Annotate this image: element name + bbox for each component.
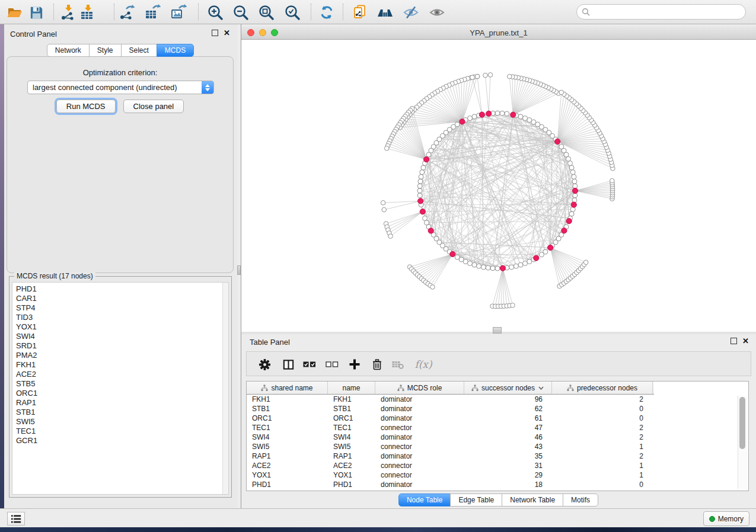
- tab-style[interactable]: Style: [89, 44, 122, 57]
- close-window-icon[interactable]: [247, 29, 254, 36]
- table-cell: 0: [552, 405, 653, 413]
- create-column-button[interactable]: [347, 357, 362, 371]
- tab-edge-table[interactable]: Edge Table: [450, 493, 502, 507]
- zoom-in-button[interactable]: [206, 4, 224, 21]
- save-session-button[interactable]: [27, 4, 45, 21]
- horizontal-splitter-handle[interactable]: [493, 327, 502, 334]
- export-table-button[interactable]: [143, 4, 161, 21]
- network-canvas[interactable]: [241, 40, 756, 332]
- search-input[interactable]: [591, 7, 745, 17]
- close-panel-icon[interactable]: ✕: [224, 30, 230, 36]
- table-row[interactable]: FKH1FKH1dominator962: [247, 395, 748, 404]
- mcds-result-item[interactable]: TEC1: [16, 427, 228, 436]
- tab-node-table[interactable]: Node Table: [398, 493, 451, 507]
- show-columns-button[interactable]: [281, 357, 295, 371]
- mcds-result-item[interactable]: ACE2: [16, 370, 228, 379]
- float-panel-icon[interactable]: [212, 30, 218, 36]
- refresh-button[interactable]: [318, 4, 336, 21]
- hide-graphics-details-button[interactable]: [402, 4, 420, 21]
- tab-network-table[interactable]: Network Table: [502, 493, 563, 507]
- mcds-result-item[interactable]: STB1: [16, 408, 228, 417]
- shared-column-icon: [471, 384, 479, 392]
- import-network-button[interactable]: [59, 4, 77, 21]
- toolbar-separator: [311, 4, 311, 20]
- memory-button[interactable]: Memory: [703, 511, 749, 526]
- mcds-list-scrollbar[interactable]: [222, 283, 228, 494]
- node-table-scrollbar[interactable]: [738, 396, 747, 489]
- export-network-button[interactable]: [119, 4, 136, 21]
- table-row[interactable]: YOX1YOX1connector291: [247, 470, 748, 480]
- mcds-result-item[interactable]: PMA2: [16, 351, 228, 360]
- tab-select[interactable]: Select: [121, 44, 157, 57]
- mcds-result-item[interactable]: PHD1: [16, 284, 228, 294]
- close-panel-icon[interactable]: ✕: [742, 338, 749, 344]
- column-header-predecessor-nodes[interactable]: predecessor nodes: [552, 382, 653, 394]
- task-history-button[interactable]: [7, 512, 25, 525]
- minimize-window-icon[interactable]: [259, 29, 266, 36]
- import-table-button[interactable]: [78, 4, 96, 21]
- mcds-result-item[interactable]: GCR1: [16, 436, 228, 446]
- zoom-selected-button[interactable]: [283, 4, 301, 21]
- scrollbar-thumb[interactable]: [739, 397, 745, 449]
- column-header-MCDS-role[interactable]: MCDS role: [375, 382, 464, 394]
- table-cell: 31: [464, 462, 552, 470]
- zoom-out-button[interactable]: [232, 4, 250, 21]
- column-header-successor-nodes[interactable]: successor nodes: [464, 382, 552, 394]
- delete-table-button-disabled[interactable]: [391, 357, 405, 371]
- table-cell: RAP1: [328, 452, 375, 460]
- find-binoculars-button[interactable]: [376, 4, 394, 21]
- mcds-result-item[interactable]: CAR1: [16, 294, 228, 303]
- vertical-splitter-handle[interactable]: [237, 265, 241, 275]
- table-row[interactable]: TEC1TEC1connector472: [247, 423, 748, 432]
- network-snapshot-button[interactable]: [351, 4, 369, 21]
- close-panel-button[interactable]: Close panel: [123, 100, 184, 113]
- column-header-shared-name[interactable]: shared name: [247, 382, 328, 394]
- table-row[interactable]: STB1STB1dominator620: [247, 404, 748, 414]
- table-row[interactable]: ORC1ORC1dominator610: [247, 414, 748, 423]
- tab-mcds[interactable]: MCDS: [157, 44, 194, 57]
- tab-network[interactable]: Network: [47, 44, 90, 57]
- node-table-body: FKH1FKH1dominator962STB1STB1dominator620…: [247, 395, 748, 489]
- mcds-result-item[interactable]: SWI4: [16, 332, 228, 341]
- mcds-result-item[interactable]: ORC1: [16, 389, 228, 398]
- float-panel-icon[interactable]: [731, 338, 737, 344]
- select-all-columns-button[interactable]: [302, 357, 317, 371]
- table-row[interactable]: PHD1PHD1dominator180: [247, 480, 748, 489]
- column-header-name[interactable]: name: [328, 382, 375, 394]
- mcds-result-item[interactable]: STB5: [16, 379, 228, 389]
- table-cell: PHD1: [328, 480, 375, 489]
- tab-motifs[interactable]: Motifs: [563, 493, 598, 507]
- table-cell: SWI4: [328, 433, 375, 441]
- mcds-result-item[interactable]: RAP1: [16, 398, 228, 408]
- mcds-result-item[interactable]: FKH1: [16, 360, 228, 370]
- search-field[interactable]: [576, 4, 746, 20]
- table-row[interactable]: SWI5SWI5connector431: [247, 442, 748, 451]
- eye-slash-icon: [403, 4, 419, 21]
- show-graphics-details-button[interactable]: [428, 4, 446, 21]
- mcds-result-item[interactable]: STP4: [16, 303, 228, 313]
- mcds-result-item[interactable]: YOX1: [16, 322, 228, 332]
- table-cell: ACE2: [328, 462, 375, 470]
- delete-column-button[interactable]: [370, 357, 384, 371]
- mcds-result-item[interactable]: SWI5: [16, 417, 228, 427]
- unselect-all-columns-button[interactable]: [325, 357, 339, 371]
- optimization-criterion-select[interactable]: largest connected component (undirected): [27, 81, 214, 94]
- table-cell: RAP1: [247, 452, 328, 460]
- mcds-result-item[interactable]: SRD1: [16, 341, 228, 351]
- zoom-fit-button[interactable]: [257, 4, 275, 21]
- function-builder-button-disabled[interactable]: f(x): [413, 357, 433, 371]
- export-image-button[interactable]: [170, 4, 187, 21]
- table-settings-button[interactable]: [257, 357, 272, 371]
- open-file-button[interactable]: [6, 4, 24, 21]
- table-cell: 18: [464, 480, 552, 489]
- maximize-window-icon[interactable]: [271, 29, 278, 36]
- table-row[interactable]: ACE2ACE2connector311: [247, 461, 748, 470]
- table-row[interactable]: SWI4SWI4dominator462: [247, 432, 748, 442]
- network-graph[interactable]: [241, 40, 756, 332]
- vertical-splitter[interactable]: [237, 24, 241, 508]
- run-mcds-button[interactable]: Run MCDS: [56, 100, 116, 113]
- import-table-icon: [79, 4, 95, 21]
- table-row[interactable]: RAP1RAP1dominator352: [247, 451, 748, 461]
- mcds-result-item[interactable]: TID3: [16, 313, 228, 322]
- table-cell: dominator: [375, 452, 464, 460]
